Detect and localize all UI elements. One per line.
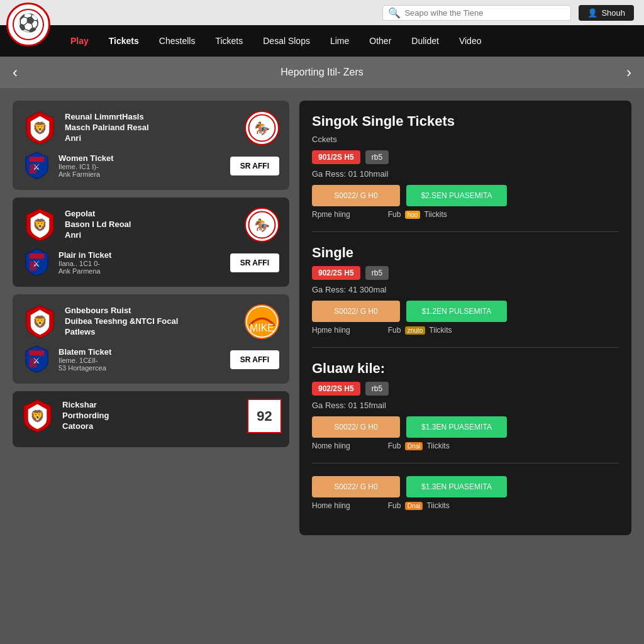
match-info-1: Reunal LimmrtHasls Masch Palriand Resal … (65, 112, 237, 144)
svg-text:🦁: 🦁 (33, 218, 48, 232)
match-card-3: 🦁 Gnbebours Ruist Duibea Teeshng &NTCI F… (13, 294, 289, 384)
nav-item-dulidet[interactable]: Dulidet (404, 31, 447, 51)
svg-text:MIKE: MIKE (250, 323, 274, 333)
nav-item-chestells[interactable]: Chestells (152, 31, 203, 51)
search-input[interactable] (404, 8, 565, 18)
nav-item-tickets2[interactable]: Tickets (208, 31, 250, 51)
section-title-1: Singok Single Tickets (312, 113, 619, 130)
sub-row-3: Nome hiing Fub Dnai Tiickits (312, 441, 619, 450)
match-card-2: 🦁 Gepolat Bason I Ld Reoal Anri 🏇 (13, 197, 289, 287)
ticket-row-3: ⚔ Blatem Ticket Ileme. 1C£Il- 53 Hortage… (23, 345, 279, 374)
staff-button-2[interactable]: SR AFFI (230, 253, 279, 272)
search-bar[interactable]: 🔍 (382, 5, 571, 21)
match-title-4: Rickshar Porthording Catoora (62, 400, 240, 432)
sub-right-3: Fub Dnai Tiickits (388, 441, 450, 450)
match-row-4: 🦁 Rickshar Porthording Catoora 92 (20, 399, 282, 433)
btn-orange-4[interactable]: S0022/ G H0 (312, 476, 400, 497)
ticket-info-3: Blatem Ticket Ileme. 1C£Il- 53 Hortagerc… (58, 347, 223, 372)
match-card-1: 🦁 Reunal LimmrtHasls Masch Palriand Resa… (13, 101, 289, 190)
left-panel: 🦁 Reunal LimmrtHasls Masch Palriand Resa… (13, 101, 289, 535)
ga-info-2: Ga Ress: 41 300mal (312, 285, 619, 294)
badge-row-2: 902/2S H5 rb5 (312, 266, 619, 280)
btn-orange-2[interactable]: S0022/ G H0 (312, 301, 400, 322)
ticket-logo-1: ⚔ (23, 152, 51, 180)
ticket-row-2: ⚔ Plair in Ticket Ilana.. 1C1 0- Ank Par… (23, 248, 279, 277)
section-sub-1: Cckets (312, 135, 619, 144)
opponent-logo-2: 🏇 (245, 208, 279, 242)
sub-left-3: Nome hiing (312, 441, 350, 450)
club-logo: ⚽ (6, 3, 50, 47)
nav-item-desal-slops[interactable]: Desal Slops (255, 31, 318, 51)
sub-badge-2: znuto (405, 326, 425, 335)
user-button[interactable]: 👤 Shouh (579, 5, 634, 21)
nav-item-other[interactable]: Other (362, 31, 399, 51)
sub-left-2: Hpme hiing (312, 326, 350, 335)
svg-rect-11 (30, 253, 45, 258)
badge-row-1: 901/2S H5 rb5 (312, 150, 619, 164)
page-title: Heporting Itil- Zers (280, 67, 364, 78)
next-arrow[interactable]: › (614, 64, 644, 81)
ticket-logo-2: ⚔ (23, 248, 51, 277)
svg-text:⚔: ⚔ (33, 356, 41, 365)
svg-text:⚔: ⚔ (33, 259, 41, 269)
opponent-logo-1: 🏇 (245, 111, 279, 145)
btn-green-2[interactable]: $1.2EN PULSEMITA (406, 301, 507, 322)
sub-row-2: Hpme hiing Fub znuto Tiickits (312, 326, 619, 335)
main-content: 🦁 Reunal LimmrtHasls Masch Palriand Resa… (0, 88, 644, 548)
nav-item-lime[interactable]: Lime (323, 31, 357, 51)
nav-item-video[interactable]: Video (452, 31, 489, 51)
svg-rect-17 (30, 350, 45, 355)
svg-text:🦁: 🦁 (33, 121, 48, 135)
home-team-logo-4: 🦁 (20, 399, 55, 433)
btn-green-4[interactable]: $1.3EN PUASEMITA (406, 476, 507, 497)
section-title-2: Single (312, 245, 619, 261)
nav-item-tickets[interactable]: Tickets (101, 31, 147, 51)
action-row-1: S0022/ G H0 $2.SEN PUASEMITA (312, 185, 619, 206)
home-team-logo-1: 🦁 (23, 111, 57, 145)
svg-text:🦁: 🦁 (30, 409, 45, 423)
match-card-4: 🦁 Rickshar Porthording Catoora 92 (13, 391, 289, 447)
sub-left-4: Home hiing (312, 501, 350, 510)
sub-badge-4: Dnai (405, 502, 423, 510)
sub-right-2: Fub znuto Tiickits (388, 326, 452, 335)
svg-text:🏇: 🏇 (254, 218, 270, 233)
user-icon: 👤 (587, 8, 597, 18)
btn-green-3[interactable]: $1.3EN PUASEMITA (406, 416, 507, 438)
match-title-2: Gepolat Bason I Ld Reoal Anri (65, 209, 237, 241)
sub-right-4: Fub Dnai Tiickits (388, 501, 450, 510)
match-row-2: 🦁 Gepolat Bason I Ld Reoal Anri 🏇 (23, 208, 279, 242)
ticket-row-1: ⚔ Women Ticket Ileme. IC1 I)- Ank Farmie… (23, 152, 279, 180)
ticket-section-2: Single 902/2S H5 rb5 Ga Ress: 41 300mal … (312, 245, 619, 348)
match-title-1: Reunal LimmrtHasls Masch Palriand Resal … (65, 112, 237, 144)
home-team-logo-3: 🦁 (23, 304, 57, 339)
match-info-4: Rickshar Porthording Catoora (62, 400, 240, 432)
match-row-3: 🦁 Gnbebours Ruist Duibea Teeshng &NTCI F… (23, 304, 279, 339)
ticket-section-4: S0022/ G H0 $1.3EN PUASEMITA Home hiing … (312, 476, 619, 523)
action-row-3: S0022/ G H0 $1.3EN PUASEMITA (312, 416, 619, 438)
badge-gray-2: rb5 (365, 266, 389, 280)
badge-gray-1: rb5 (365, 150, 389, 164)
btn-orange-3[interactable]: S0022/ G H0 (312, 416, 400, 438)
home-team-logo-2: 🦁 (23, 208, 57, 242)
nav-item-play[interactable]: Play (63, 31, 96, 51)
badge-row-3: 902/2S H5 rb5 (312, 382, 619, 396)
nav-bar: Play Tickets Chestells Tickets Desal Slo… (0, 25, 644, 57)
staff-button-3[interactable]: SR AFFI (230, 350, 279, 369)
match-row-1: 🦁 Reunal LimmrtHasls Masch Palriand Resa… (23, 111, 279, 145)
match-title-3: Gnbebours Ruist Duibea Teeshng &NTCI Foc… (65, 306, 237, 338)
action-row-4: S0022/ G H0 $1.3EN PUASEMITA (312, 476, 619, 497)
section-title-3: Gluaw kile: (312, 360, 619, 377)
ticket-section-1: Singok Single Tickets Cckets 901/2S H5 r… (312, 113, 619, 232)
sub-row-1: Rpme hiing Fub hoo Tiickits (312, 210, 619, 219)
btn-orange-1[interactable]: S0022/ G H0 (312, 185, 400, 206)
prev-arrow[interactable]: ‹ (0, 64, 30, 81)
staff-button-1[interactable]: SR AFFI (230, 157, 279, 175)
badge-red-1: 901/2S H5 (312, 150, 360, 164)
search-icon: 🔍 (388, 7, 401, 19)
right-panel: Singok Single Tickets Cckets 901/2S H5 r… (299, 101, 631, 535)
sub-badge-1: hoo (405, 211, 421, 219)
match-info-2: Gepolat Bason I Ld Reoal Anri (65, 209, 237, 241)
btn-green-1[interactable]: $2.SEN PUASEMITA (406, 185, 507, 206)
badge-red-2: 902/2S H5 (312, 266, 360, 280)
opponent-logo-3: MIKE (245, 304, 279, 339)
